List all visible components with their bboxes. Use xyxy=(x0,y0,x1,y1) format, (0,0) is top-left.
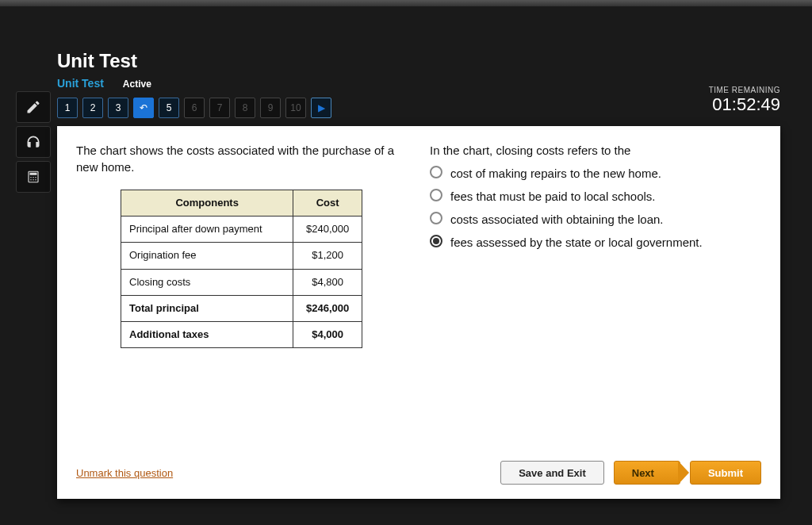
window-top-strip xyxy=(0,0,812,6)
cost-table: Components Cost Principal after down pay… xyxy=(121,190,362,348)
submit-button[interactable]: Submit xyxy=(690,461,761,485)
question-nav: 123↶5678910▶ xyxy=(57,98,709,118)
svg-point-3 xyxy=(33,177,34,178)
answer-option-3[interactable]: fees assessed by the state or local gove… xyxy=(430,234,761,251)
svg-point-7 xyxy=(35,179,36,181)
subtitle-row: Unit Test Active xyxy=(57,77,709,90)
table-cell-label: Principal after down payment xyxy=(121,217,293,243)
table-cell-label: Total principal xyxy=(121,295,293,321)
pencil-tool-button[interactable] xyxy=(16,91,51,123)
radio-icon xyxy=(430,166,442,178)
calculator-tool-button[interactable] xyxy=(16,161,51,193)
svg-point-5 xyxy=(30,179,32,181)
radio-icon xyxy=(430,235,442,247)
table-cell-label: Origination fee xyxy=(121,243,293,269)
nav-play-button[interactable]: ▶ xyxy=(311,98,331,118)
timer-value: 01:52:49 xyxy=(709,94,780,115)
answer-option-label: fees assessed by the state or local gove… xyxy=(450,234,703,251)
question-intro: The chart shows the costs associated wit… xyxy=(76,142,408,175)
unmark-link[interactable]: Unmark this question xyxy=(76,467,173,479)
question-nav-9[interactable]: 9 xyxy=(260,98,281,118)
question-panel: The chart shows the costs associated wit… xyxy=(57,126,780,499)
radio-icon xyxy=(430,212,442,224)
question-nav-8[interactable]: 8 xyxy=(235,98,255,118)
answer-option-1[interactable]: fees that must be paid to local schools. xyxy=(430,188,761,205)
subtitle-secondary: Active xyxy=(123,79,151,90)
table-header-cost: Cost xyxy=(293,190,362,217)
table-row: Principal after down payment$240,000 xyxy=(121,217,362,243)
svg-point-2 xyxy=(30,177,32,178)
table-cell-cost: $246,000 xyxy=(293,295,362,321)
question-nav-3[interactable]: 3 xyxy=(108,98,128,118)
question-nav-6[interactable]: 6 xyxy=(184,98,205,118)
calculator-icon xyxy=(26,170,40,184)
question-nav-1[interactable]: 1 xyxy=(57,98,78,118)
subtitle-primary: Unit Test xyxy=(57,77,104,90)
table-cell-cost: $4,000 xyxy=(293,321,362,347)
table-header-components: Components xyxy=(121,190,293,217)
page-title: Unit Test xyxy=(57,50,709,72)
svg-point-4 xyxy=(35,177,36,178)
question-nav-5[interactable]: 5 xyxy=(159,98,179,118)
left-toolbar xyxy=(0,50,57,499)
answer-option-2[interactable]: costs associated with obtaining the loan… xyxy=(430,211,761,228)
table-cell-cost: $1,200 xyxy=(293,243,362,269)
save-exit-button[interactable]: Save and Exit xyxy=(500,461,604,485)
audio-tool-button[interactable] xyxy=(16,126,51,158)
table-cell-cost: $240,000 xyxy=(293,217,362,243)
headphones-icon xyxy=(25,134,41,150)
answer-option-0[interactable]: cost of making repairs to the new home. xyxy=(430,165,761,182)
timer-label: TIME REMAINING xyxy=(709,86,780,94)
question-prompt: In the chart, closing costs refers to th… xyxy=(430,142,761,159)
next-button[interactable]: Next xyxy=(614,461,680,485)
table-row: Total principal$246,000 xyxy=(121,295,362,321)
answer-option-label: cost of making repairs to the new home. xyxy=(450,165,661,182)
svg-rect-1 xyxy=(30,173,37,175)
table-cell-label: Closing costs xyxy=(121,269,293,295)
answer-option-label: fees that must be paid to local schools. xyxy=(450,188,655,205)
question-nav-2[interactable]: 2 xyxy=(82,98,103,118)
question-nav-↶[interactable]: ↶ xyxy=(133,98,154,118)
svg-point-6 xyxy=(33,179,34,181)
table-row: Additional taxes$4,000 xyxy=(121,321,362,347)
timer: TIME REMAINING 01:52:49 xyxy=(709,86,780,115)
table-row: Origination fee$1,200 xyxy=(121,243,362,269)
question-nav-10[interactable]: 10 xyxy=(285,98,306,118)
table-cell-label: Additional taxes xyxy=(121,321,293,347)
pencil-icon xyxy=(25,99,41,115)
answer-options: cost of making repairs to the new home.f… xyxy=(430,165,761,251)
table-row: Closing costs$4,800 xyxy=(121,269,362,295)
answer-option-label: costs associated with obtaining the loan… xyxy=(450,211,664,228)
table-cell-cost: $4,800 xyxy=(293,269,362,295)
footer-bar: Unmark this question Save and Exit Next … xyxy=(76,451,761,485)
radio-icon xyxy=(430,189,442,201)
question-nav-7[interactable]: 7 xyxy=(209,98,230,118)
